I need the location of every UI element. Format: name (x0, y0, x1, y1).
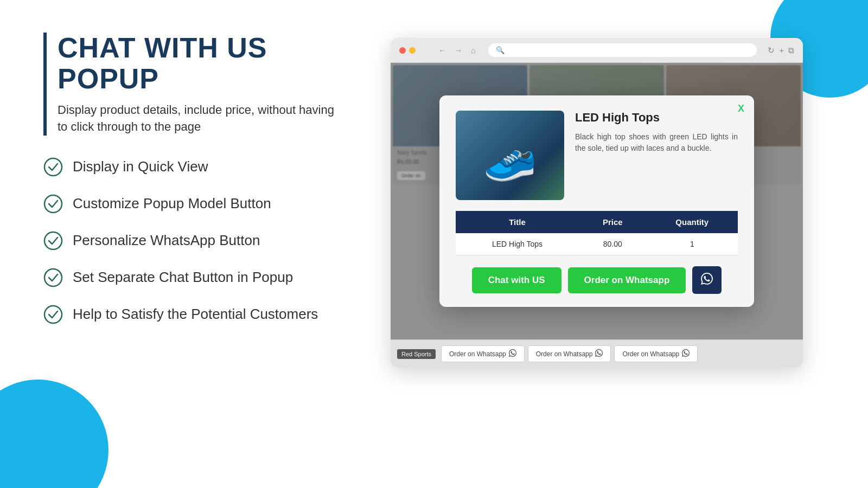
features-list: Display in Quick View Customize Popup Mo… (43, 157, 347, 324)
feature-item-4: Set Separate Chat Button in Popup (43, 268, 347, 287)
whatsapp-icon-bottom-1 (509, 349, 516, 358)
browser-actions: ↻ + ⧉ (768, 46, 794, 55)
whatsapp-icon (701, 273, 713, 287)
feature-label-1: Display in Quick View (73, 158, 208, 175)
table-header-title: Title (456, 211, 579, 233)
whatsapp-icon-bottom-2 (595, 349, 603, 358)
check-icon-5 (43, 305, 63, 324)
page-subtitle: Display product details, include price, … (58, 102, 347, 136)
heading-block: CHAT WITH US POPUP Display product detai… (43, 33, 347, 136)
table-row: LED High Tops 80.00 1 (456, 233, 738, 255)
dot-red[interactable] (399, 47, 406, 54)
feature-label-2: Customize Popup Model Button (73, 195, 271, 212)
popup-product-title: LED High Tops (575, 111, 738, 125)
popup-actions: Chat with US Order on Whatsapp (456, 266, 738, 294)
check-icon-3 (43, 231, 63, 251)
feature-item-5: Help to Satisfy the Potential Customers (43, 305, 347, 324)
back-button[interactable]: ← (436, 45, 448, 56)
popup-close-button[interactable]: X (738, 103, 744, 114)
right-panel: ← → ⌂ 🔍 ↻ + ⧉ Nav (369, 33, 825, 368)
bottom-btn-1-label: Order on Whatsapp (449, 350, 506, 358)
svg-point-3 (44, 269, 62, 286)
browser-toolbar: ← → ⌂ 🔍 ↻ + ⧉ (391, 38, 803, 63)
table-header-price: Price (579, 211, 647, 233)
browser-nav: ← → ⌂ (436, 45, 477, 56)
feature-item-3: Personalize WhatsApp Button (43, 231, 347, 251)
svg-point-2 (44, 232, 62, 249)
dot-yellow[interactable] (409, 47, 416, 54)
table-cell-title: LED High Tops (456, 233, 579, 255)
bottom-label-1: Red Sports (397, 349, 436, 359)
whatsapp-icon-button[interactable] (692, 266, 722, 294)
feature-item-1: Display in Quick View (43, 157, 347, 177)
feature-label-4: Set Separate Chat Button in Popup (73, 269, 293, 286)
table-cell-quantity: 1 (647, 233, 738, 255)
popup-overlay: X LED High Tops Black high top shoes wit… (391, 63, 803, 339)
feature-label-5: Help to Satisfy the Potential Customers (73, 306, 318, 323)
check-icon-4 (43, 268, 63, 287)
popup-product-description: Black high top shoes with green LED ligh… (575, 131, 738, 154)
product-image (456, 111, 564, 200)
home-button[interactable]: ⌂ (469, 45, 477, 56)
search-icon: 🔍 (496, 46, 505, 54)
address-bar[interactable]: 🔍 (488, 43, 757, 57)
bottom-btn-3-label: Order on Whatsapp (622, 350, 679, 358)
browser-window: ← → ⌂ 🔍 ↻ + ⧉ Nav (391, 38, 803, 368)
browser-content: Navy Sports Rs.60.00 Order on (391, 63, 803, 339)
svg-point-1 (44, 195, 62, 213)
feature-item-2: Customize Popup Model Button (43, 194, 347, 214)
check-icon-2 (43, 194, 63, 214)
check-icon-1 (43, 157, 63, 177)
popup-modal: X LED High Tops Black high top shoes wit… (439, 95, 754, 307)
svg-point-4 (44, 306, 62, 323)
popup-product-info: LED High Tops Black high top shoes with … (456, 111, 738, 200)
bottom-order-btn-2[interactable]: Order on Whatsapp (528, 345, 611, 362)
bottom-order-btn-3[interactable]: Order on Whatsapp (614, 345, 698, 362)
browser-dots (399, 47, 425, 54)
refresh-icon[interactable]: ↻ (768, 46, 775, 55)
chat-button[interactable]: Chat with US (472, 267, 561, 293)
svg-point-0 (44, 158, 62, 176)
add-tab-icon[interactable]: + (779, 46, 784, 55)
dot-green[interactable] (419, 47, 425, 54)
bottom-order-btn-1[interactable]: Order on Whatsapp (441, 345, 525, 362)
forward-button[interactable]: → (452, 45, 464, 56)
page-title: CHAT WITH US POPUP (58, 33, 347, 94)
left-panel: CHAT WITH US POPUP Display product detai… (43, 33, 369, 342)
popup-product-table: Title Price Quantity LED High Tops 80.00… (456, 211, 738, 255)
popup-text-area: LED High Tops Black high top shoes with … (575, 111, 738, 200)
tabs-icon[interactable]: ⧉ (788, 46, 794, 55)
bottom-btn-2-label: Order on Whatsapp (536, 350, 593, 358)
table-cell-price: 80.00 (579, 233, 647, 255)
order-whatsapp-button[interactable]: Order on Whatsapp (568, 267, 686, 293)
table-header-quantity: Quantity (647, 211, 738, 233)
browser-bottom-bar: Red Sports Order on Whatsapp Order on Wh… (391, 339, 803, 368)
feature-label-3: Personalize WhatsApp Button (73, 232, 260, 249)
whatsapp-icon-bottom-3 (682, 349, 690, 358)
